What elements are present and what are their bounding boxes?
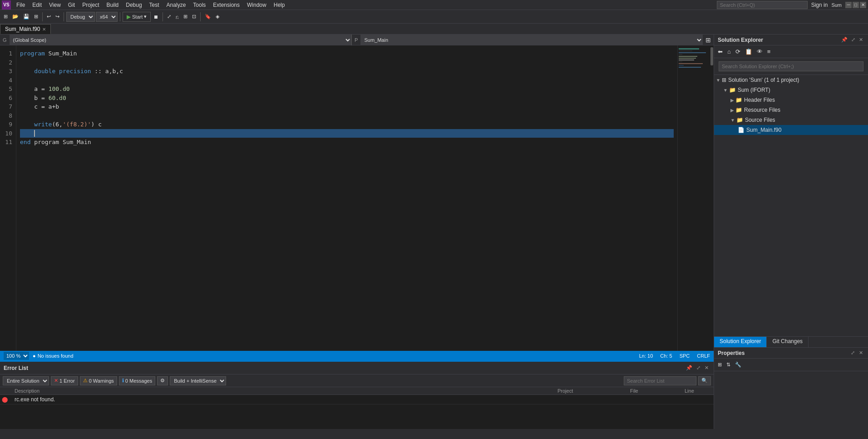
tree-header-files[interactable]: ▶ 📁 Header Files bbox=[714, 95, 868, 105]
zoom-select[interactable]: 100 % bbox=[4, 352, 29, 360]
undo-btn[interactable]: ↩ bbox=[45, 11, 53, 22]
props-alphabetical-btn[interactable]: ⇅ bbox=[725, 361, 732, 369]
start-button[interactable]: ▶ Start ▾ bbox=[123, 12, 151, 22]
main-area: G (Global Scope) P Sum_Main ⊞ 1 2 3 4 5 … bbox=[0, 35, 868, 429]
crlf-status: CRLF bbox=[697, 353, 710, 359]
resource-files-icon: 📁 bbox=[735, 107, 742, 113]
tab-solution-explorer[interactable]: Solution Explorer bbox=[714, 337, 767, 347]
right-panel: Solution Explorer 📌 ⤢ ✕ ⬅ ⌂ ⟳ 📋 👁 ≡ ▼ bbox=[714, 35, 868, 429]
redo-btn[interactable]: ↪ bbox=[54, 11, 61, 22]
se-back-btn[interactable]: ⬅ bbox=[716, 47, 725, 57]
menu-test[interactable]: Test bbox=[146, 1, 163, 9]
editor-container: G (Global Scope) P Sum_Main ⊞ 1 2 3 4 5 … bbox=[0, 35, 714, 429]
tab-git-changes[interactable]: Git Changes bbox=[767, 337, 809, 347]
tree-solution[interactable]: ▼ ⊞ Solution 'Sum' (1 of 1 project) bbox=[714, 75, 868, 85]
se-pin-btn[interactable]: 📌 bbox=[840, 36, 849, 43]
toolbar-btn-extra5[interactable]: ◈ bbox=[214, 11, 221, 22]
menu-git[interactable]: Git bbox=[64, 1, 79, 9]
debug-config-dropdown[interactable]: Debug bbox=[66, 12, 95, 22]
tree-resource-files-label: Resource Files bbox=[744, 107, 780, 113]
menu-debug[interactable]: Debug bbox=[122, 1, 145, 9]
menu-tools[interactable]: Tools bbox=[189, 1, 209, 9]
build-filter-btn[interactable]: ⚙ bbox=[157, 376, 168, 385]
se-filter-btn[interactable]: ≡ bbox=[765, 47, 773, 57]
error-scope-dropdown[interactable]: Entire Solution bbox=[3, 376, 49, 385]
menu-file[interactable]: File bbox=[13, 1, 29, 9]
error-count-btn[interactable]: ✕ 1 Error bbox=[51, 376, 78, 385]
resource-files-arrow: ▶ bbox=[730, 108, 734, 113]
sign-in-button[interactable]: Sign in bbox=[811, 2, 828, 8]
error-list-title: Error List bbox=[4, 365, 28, 371]
save-all-btn[interactable]: ⊞ bbox=[32, 11, 40, 22]
error-row-1[interactable]: ⬤ rc.exe not found. bbox=[0, 395, 714, 404]
se-float-btn[interactable]: ⤢ bbox=[850, 36, 857, 43]
minimize-button[interactable]: ─ bbox=[845, 2, 852, 8]
properties-toolbar: ⊞ ⇅ 🔧 bbox=[714, 359, 868, 371]
scope-right-dropdown[interactable]: Sum_Main bbox=[360, 35, 703, 45]
se-sync-btn[interactable]: ⟳ bbox=[734, 47, 742, 57]
menu-extensions[interactable]: Extensions bbox=[209, 1, 243, 9]
code-editor[interactable]: program Sum_Main double precision :: a,b… bbox=[16, 45, 677, 351]
tree-project[interactable]: ▼ 📁 Sum (IFORT) bbox=[714, 85, 868, 95]
split-editor-btn[interactable]: ⊞ bbox=[703, 36, 714, 44]
new-project-btn[interactable]: ⊞ bbox=[2, 11, 10, 22]
tree-source-files[interactable]: ▼ 📁 Source Files bbox=[714, 115, 868, 125]
error-row-icon: ⬤ bbox=[2, 396, 15, 403]
menu-help[interactable]: Help bbox=[270, 1, 289, 9]
toolbar-btn-extra2[interactable]: ⎌ bbox=[174, 11, 181, 22]
se-preview-btn[interactable]: 👁 bbox=[755, 47, 764, 57]
menu-project[interactable]: Project bbox=[79, 1, 103, 9]
scope-left-dropdown[interactable]: (Global Scope) bbox=[10, 35, 352, 45]
error-search-btn[interactable]: 🔍 bbox=[698, 376, 711, 385]
props-wrench-btn[interactable]: 🔧 bbox=[733, 361, 743, 369]
save-btn[interactable]: 💾 bbox=[21, 11, 31, 22]
tab-close-btn[interactable]: ✕ bbox=[42, 27, 46, 32]
close-button[interactable]: ✕ bbox=[860, 2, 866, 8]
message-icon: ℹ bbox=[122, 378, 124, 384]
error-row-project bbox=[557, 396, 630, 403]
top-search-input[interactable] bbox=[717, 1, 808, 9]
tree-resource-files[interactable]: ▶ 📁 Resource Files bbox=[714, 105, 868, 115]
toolbar-btn-extra1[interactable]: ⤢ bbox=[165, 11, 173, 22]
tree-source-files-label: Source Files bbox=[745, 117, 775, 123]
tree-sum-main-file[interactable]: 📄 Sum_Main.f90 bbox=[714, 125, 868, 135]
menu-edit[interactable]: Edit bbox=[29, 1, 45, 9]
warning-count-btn[interactable]: ⚠ 0 Warnings bbox=[80, 376, 117, 385]
solution-tree[interactable]: ▼ ⊞ Solution 'Sum' (1 of 1 project) ▼ 📁 … bbox=[714, 75, 868, 336]
toolbar-btn-extra3[interactable]: ⊞ bbox=[182, 11, 189, 22]
error-icon: ✕ bbox=[54, 378, 58, 384]
col-icon bbox=[2, 388, 15, 394]
solution-icon: ⊞ bbox=[722, 77, 726, 83]
se-search-input[interactable] bbox=[719, 61, 863, 71]
bookmark-btn[interactable]: 🔖 bbox=[203, 11, 213, 22]
minimap[interactable] bbox=[677, 45, 714, 351]
menu-window[interactable]: Window bbox=[243, 1, 270, 9]
main-toolbar: ⊞ 📂 💾 ⊞ ↩ ↪ Debug x64 ▶ Start ▾ ⏹ ⤢ ⎌ ⊞ … bbox=[0, 10, 868, 24]
props-close-btn[interactable]: ✕ bbox=[858, 349, 864, 356]
se-props-btn[interactable]: 📋 bbox=[743, 47, 754, 57]
error-panel-pin-btn[interactable]: 📌 bbox=[685, 364, 694, 371]
menu-analyze[interactable]: Analyze bbox=[163, 1, 190, 9]
code-line-1: program Sum_Main bbox=[20, 49, 674, 58]
error-search-input[interactable] bbox=[624, 376, 696, 385]
se-home-btn[interactable]: ⌂ bbox=[725, 47, 733, 57]
stop-debug-btn[interactable]: ⏹ bbox=[152, 11, 160, 22]
props-categories-btn[interactable]: ⊞ bbox=[716, 361, 724, 369]
menu-build[interactable]: Build bbox=[103, 1, 123, 9]
platform-dropdown[interactable]: x64 bbox=[96, 12, 118, 22]
message-count-btn[interactable]: ℹ 0 Messages bbox=[119, 376, 155, 385]
se-close-btn[interactable]: ✕ bbox=[858, 36, 864, 43]
code-line-3: double precision :: a,b,c bbox=[20, 67, 674, 76]
error-panel-close-btn[interactable]: ✕ bbox=[703, 364, 710, 371]
props-float-btn[interactable]: ⤢ bbox=[849, 349, 856, 356]
editor-tab-sum-main[interactable]: Sum_Main.f90 ✕ bbox=[0, 24, 51, 34]
toolbar-btn-extra4[interactable]: ⊡ bbox=[190, 11, 198, 22]
error-count-label: 1 Error bbox=[59, 378, 75, 384]
maximize-button[interactable]: □ bbox=[853, 2, 859, 8]
fortran-file-icon: 📄 bbox=[738, 127, 745, 133]
menu-view[interactable]: View bbox=[45, 1, 64, 9]
code-line-10 bbox=[20, 129, 674, 138]
open-file-btn[interactable]: 📂 bbox=[10, 11, 20, 22]
build-filter-dropdown[interactable]: Build + IntelliSense bbox=[170, 376, 226, 385]
error-panel-float-btn[interactable]: ⤢ bbox=[695, 364, 702, 371]
